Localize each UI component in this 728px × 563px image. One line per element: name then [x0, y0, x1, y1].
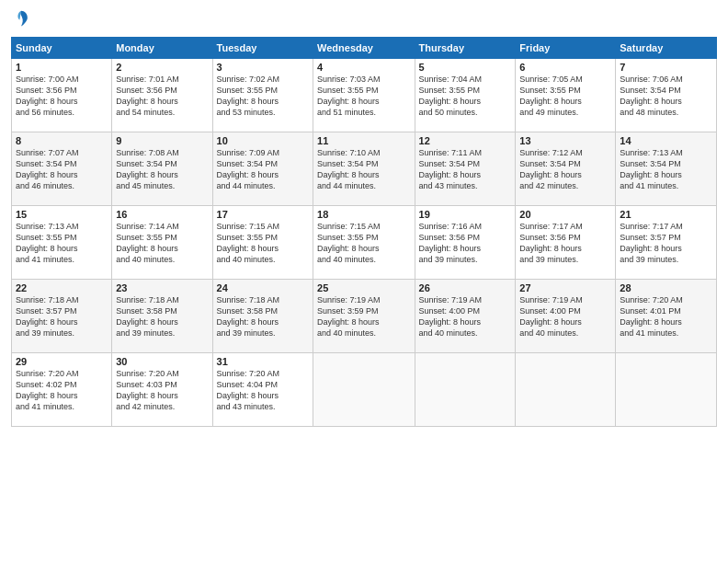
calendar-cell: 17Sunrise: 7:15 AMSunset: 3:55 PMDayligh… — [212, 206, 313, 280]
day-number: 13 — [519, 135, 611, 146]
day-number: 14 — [620, 135, 712, 146]
calendar-cell: 9Sunrise: 7:08 AMSunset: 3:54 PMDaylight… — [112, 132, 212, 206]
calendar-cell: 18Sunrise: 7:15 AMSunset: 3:55 PMDayligh… — [313, 206, 415, 280]
page-container: SundayMondayTuesdayWednesdayThursdayFrid… — [0, 0, 728, 436]
day-info: Sunrise: 7:20 AMSunset: 4:02 PMDaylight:… — [16, 368, 108, 413]
calendar-cell — [616, 353, 717, 427]
day-info: Sunrise: 7:04 AMSunset: 3:55 PMDaylight:… — [419, 74, 512, 119]
calendar-cell: 25Sunrise: 7:19 AMSunset: 3:59 PMDayligh… — [313, 280, 415, 353]
day-info: Sunrise: 7:19 AMSunset: 4:00 PMDaylight:… — [519, 294, 611, 339]
day-number: 23 — [116, 282, 208, 293]
day-number: 12 — [419, 135, 512, 146]
day-number: 9 — [116, 135, 208, 146]
day-info: Sunrise: 7:15 AMSunset: 3:55 PMDaylight:… — [217, 221, 309, 266]
calendar-week-row: 8Sunrise: 7:07 AMSunset: 3:54 PMDaylight… — [12, 132, 717, 206]
day-info: Sunrise: 7:19 AMSunset: 3:59 PMDaylight:… — [317, 294, 410, 339]
day-info: Sunrise: 7:17 AMSunset: 3:56 PMDaylight:… — [519, 221, 611, 266]
calendar-weekday-wednesday: Wednesday — [313, 38, 415, 59]
day-info: Sunrise: 7:06 AMSunset: 3:54 PMDaylight:… — [620, 74, 712, 119]
calendar-table: SundayMondayTuesdayWednesdayThursdayFrid… — [11, 37, 717, 427]
day-info: Sunrise: 7:19 AMSunset: 4:00 PMDaylight:… — [419, 294, 512, 339]
day-number: 3 — [217, 62, 309, 73]
calendar-cell: 6Sunrise: 7:05 AMSunset: 3:55 PMDaylight… — [516, 59, 616, 132]
calendar-week-row: 1Sunrise: 7:00 AMSunset: 3:56 PMDaylight… — [12, 59, 717, 132]
day-number: 6 — [519, 62, 611, 73]
day-info: Sunrise: 7:16 AMSunset: 3:56 PMDaylight:… — [419, 221, 512, 266]
day-number: 30 — [116, 356, 208, 367]
calendar-cell: 20Sunrise: 7:17 AMSunset: 3:56 PMDayligh… — [516, 206, 616, 280]
calendar-cell: 13Sunrise: 7:12 AMSunset: 3:54 PMDayligh… — [516, 132, 616, 206]
calendar-cell: 10Sunrise: 7:09 AMSunset: 3:54 PMDayligh… — [212, 132, 313, 206]
day-number: 28 — [620, 282, 712, 293]
calendar-cell — [415, 353, 516, 427]
page-header — [11, 9, 717, 29]
day-number: 20 — [519, 209, 611, 220]
day-number: 8 — [16, 135, 108, 146]
calendar-cell: 19Sunrise: 7:16 AMSunset: 3:56 PMDayligh… — [415, 206, 516, 280]
calendar-cell: 21Sunrise: 7:17 AMSunset: 3:57 PMDayligh… — [616, 206, 717, 280]
calendar-cell: 14Sunrise: 7:13 AMSunset: 3:54 PMDayligh… — [616, 132, 717, 206]
calendar-cell: 26Sunrise: 7:19 AMSunset: 4:00 PMDayligh… — [415, 280, 516, 353]
day-info: Sunrise: 7:20 AMSunset: 4:03 PMDaylight:… — [116, 368, 208, 413]
day-info: Sunrise: 7:07 AMSunset: 3:54 PMDaylight:… — [16, 147, 108, 192]
calendar-cell: 8Sunrise: 7:07 AMSunset: 3:54 PMDaylight… — [12, 132, 112, 206]
calendar-cell: 16Sunrise: 7:14 AMSunset: 3:55 PMDayligh… — [112, 206, 212, 280]
calendar-cell: 22Sunrise: 7:18 AMSunset: 3:57 PMDayligh… — [12, 280, 112, 353]
day-number: 22 — [16, 282, 108, 293]
day-number: 10 — [217, 135, 309, 146]
calendar-weekday-thursday: Thursday — [415, 38, 516, 59]
day-info: Sunrise: 7:12 AMSunset: 3:54 PMDaylight:… — [519, 147, 611, 192]
calendar-cell — [516, 353, 616, 427]
calendar-cell: 28Sunrise: 7:20 AMSunset: 4:01 PMDayligh… — [616, 280, 717, 353]
calendar-weekday-sunday: Sunday — [12, 38, 112, 59]
day-info: Sunrise: 7:13 AMSunset: 3:54 PMDaylight:… — [620, 147, 712, 192]
day-number: 18 — [317, 209, 410, 220]
day-info: Sunrise: 7:05 AMSunset: 3:55 PMDaylight:… — [519, 74, 611, 119]
calendar-cell: 5Sunrise: 7:04 AMSunset: 3:55 PMDaylight… — [415, 59, 516, 132]
day-info: Sunrise: 7:08 AMSunset: 3:54 PMDaylight:… — [116, 147, 208, 192]
day-info: Sunrise: 7:18 AMSunset: 3:57 PMDaylight:… — [16, 294, 108, 339]
day-number: 16 — [116, 209, 208, 220]
calendar-cell — [313, 353, 415, 427]
day-info: Sunrise: 7:20 AMSunset: 4:04 PMDaylight:… — [217, 368, 309, 413]
calendar-cell: 4Sunrise: 7:03 AMSunset: 3:55 PMDaylight… — [313, 59, 415, 132]
calendar-cell: 7Sunrise: 7:06 AMSunset: 3:54 PMDaylight… — [616, 59, 717, 132]
calendar-cell: 23Sunrise: 7:18 AMSunset: 3:58 PMDayligh… — [112, 280, 212, 353]
day-number: 25 — [317, 282, 410, 293]
day-info: Sunrise: 7:00 AMSunset: 3:56 PMDaylight:… — [16, 74, 108, 119]
day-number: 15 — [16, 209, 108, 220]
day-number: 4 — [317, 62, 410, 73]
day-number: 5 — [419, 62, 512, 73]
calendar-cell: 2Sunrise: 7:01 AMSunset: 3:56 PMDaylight… — [112, 59, 212, 132]
logo-bird-icon — [13, 9, 29, 29]
day-info: Sunrise: 7:17 AMSunset: 3:57 PMDaylight:… — [620, 221, 712, 266]
calendar-cell: 11Sunrise: 7:10 AMSunset: 3:54 PMDayligh… — [313, 132, 415, 206]
calendar-weekday-saturday: Saturday — [616, 38, 717, 59]
calendar-body: 1Sunrise: 7:00 AMSunset: 3:56 PMDaylight… — [12, 59, 717, 427]
calendar-week-row: 29Sunrise: 7:20 AMSunset: 4:02 PMDayligh… — [12, 353, 717, 427]
calendar-week-row: 15Sunrise: 7:13 AMSunset: 3:55 PMDayligh… — [12, 206, 717, 280]
day-info: Sunrise: 7:09 AMSunset: 3:54 PMDaylight:… — [217, 147, 309, 192]
day-info: Sunrise: 7:10 AMSunset: 3:54 PMDaylight:… — [317, 147, 410, 192]
calendar-cell: 29Sunrise: 7:20 AMSunset: 4:02 PMDayligh… — [12, 353, 112, 427]
day-number: 26 — [419, 282, 512, 293]
day-info: Sunrise: 7:18 AMSunset: 3:58 PMDaylight:… — [116, 294, 208, 339]
calendar-cell: 31Sunrise: 7:20 AMSunset: 4:04 PMDayligh… — [212, 353, 313, 427]
day-info: Sunrise: 7:13 AMSunset: 3:55 PMDaylight:… — [16, 221, 108, 266]
calendar-cell: 30Sunrise: 7:20 AMSunset: 4:03 PMDayligh… — [112, 353, 212, 427]
calendar-header-row: SundayMondayTuesdayWednesdayThursdayFrid… — [12, 38, 717, 59]
day-number: 2 — [116, 62, 208, 73]
day-number: 21 — [620, 209, 712, 220]
calendar-cell: 12Sunrise: 7:11 AMSunset: 3:54 PMDayligh… — [415, 132, 516, 206]
calendar-cell: 1Sunrise: 7:00 AMSunset: 3:56 PMDaylight… — [12, 59, 112, 132]
day-number: 24 — [217, 282, 309, 293]
calendar-weekday-tuesday: Tuesday — [212, 38, 313, 59]
day-number: 19 — [419, 209, 512, 220]
day-info: Sunrise: 7:03 AMSunset: 3:55 PMDaylight:… — [317, 74, 410, 119]
day-number: 7 — [620, 62, 712, 73]
logo — [11, 9, 29, 29]
calendar-cell: 27Sunrise: 7:19 AMSunset: 4:00 PMDayligh… — [516, 280, 616, 353]
day-info: Sunrise: 7:11 AMSunset: 3:54 PMDaylight:… — [419, 147, 512, 192]
day-number: 29 — [16, 356, 108, 367]
day-info: Sunrise: 7:20 AMSunset: 4:01 PMDaylight:… — [620, 294, 712, 339]
